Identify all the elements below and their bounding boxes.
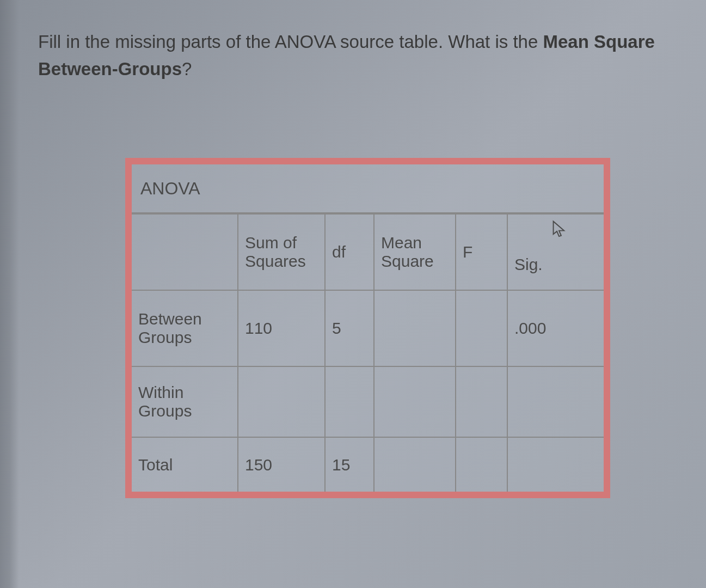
row-within-groups: Within Groups (132, 366, 604, 437)
anova-table-container: ANOVA Sum of Squares df Mean Square F Si… (125, 158, 610, 498)
between-ss: 110 (238, 290, 325, 366)
between-label: Between Groups (132, 290, 238, 366)
question-text: Fill in the missing parts of the ANOVA s… (38, 28, 684, 82)
question-part1: Fill in the missing parts of the ANOVA s… (38, 32, 543, 52)
header-df: df (325, 214, 374, 290)
row-between-groups: Between Groups 110 5 .000 (132, 290, 604, 366)
header-sum-of-squares: Sum of Squares (238, 214, 325, 290)
between-f (456, 290, 507, 366)
between-sig: .000 (507, 290, 604, 366)
anova-title: ANOVA (140, 179, 200, 199)
total-sig (507, 437, 604, 492)
total-ms (374, 437, 456, 492)
within-ss (238, 366, 325, 437)
total-df: 15 (325, 437, 374, 492)
header-f: F (456, 214, 507, 290)
within-label: Within Groups (132, 366, 238, 437)
cursor-icon (551, 220, 567, 242)
anova-title-row: ANOVA (132, 164, 604, 213)
within-sig (507, 366, 604, 437)
header-sig-label: Sig. (514, 255, 597, 274)
within-ms (374, 366, 456, 437)
between-df: 5 (325, 290, 374, 366)
header-sig: Sig. (507, 214, 604, 290)
table-header-row: Sum of Squares df Mean Square F Sig. (132, 214, 604, 290)
anova-table: Sum of Squares df Mean Square F Sig. Bet… (132, 213, 604, 492)
total-f (456, 437, 507, 492)
within-df (325, 366, 374, 437)
within-f (456, 366, 507, 437)
row-total: Total 150 15 (132, 437, 604, 492)
total-ss: 150 (238, 437, 325, 492)
total-label: Total (132, 437, 238, 492)
question-part2: ? (182, 59, 192, 79)
header-blank (132, 214, 238, 290)
between-ms (374, 290, 456, 366)
header-mean-square: Mean Square (374, 214, 456, 290)
